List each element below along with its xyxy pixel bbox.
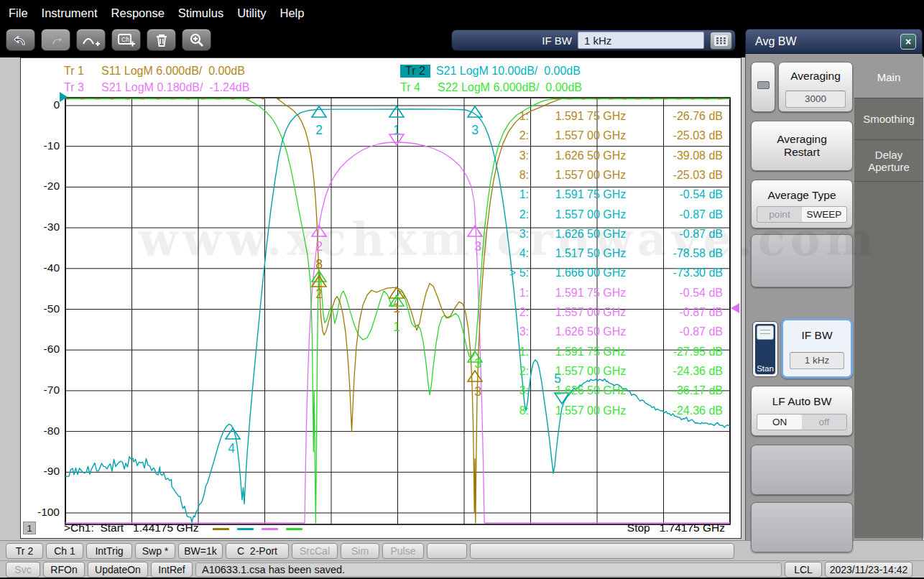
ifbw-softkey[interactable]: IF BW 1 kHz [781, 318, 853, 379]
statusbtn-bw-1k[interactable]: BW=1k [178, 543, 223, 559]
marker-triangle[interactable] [389, 106, 404, 117]
marker-value: -26.76 dB [652, 110, 723, 129]
reference-level-arrow[interactable] [731, 303, 739, 313]
statusbtn-tr-2[interactable]: Tr 2 [6, 543, 43, 559]
statusbtn-svc: Svc [6, 562, 40, 578]
menu-stimulus[interactable]: Stimulus [178, 6, 223, 20]
marker-frequency: 1.557 00 GHz [529, 208, 652, 228]
sweep-stop-readout: Stop 1.74175 GHz [627, 522, 725, 534]
y-tick-0: 0 [27, 98, 60, 111]
tab-main[interactable]: Main [854, 56, 923, 98]
menu-response[interactable]: Response [111, 6, 165, 20]
lf-auto-bw-off[interactable]: off [802, 414, 846, 430]
marker-label-1: 1 [393, 320, 400, 334]
panel-title: Avg BW [755, 35, 797, 48]
add-trace-icon[interactable] [76, 29, 106, 51]
marker-row: 3:1.626 50 GHz-39.08 dB [463, 149, 723, 169]
menu-help[interactable]: Help [279, 6, 304, 20]
trace-label-tr3[interactable]: Tr 3S21 LogM 0.180dB/ -1.24dB [64, 81, 249, 96]
marker-number: 2: [463, 129, 529, 149]
marker-number: > 5: [463, 267, 529, 286]
marker-frequency: 1.666 00 GHz [529, 267, 652, 286]
marker-number: 1: [463, 287, 529, 306]
statusbtn-pulse: Pulse [382, 543, 424, 559]
y-tick--70: -70 [27, 384, 60, 397]
statusbtn-swp-[interactable]: Swp * [135, 543, 175, 559]
marker-row: 2:1.557 00 GHz-25.03 dB [463, 129, 723, 149]
keypad-icon[interactable] [710, 32, 732, 50]
statusbtn-c-2-port[interactable]: C 2-Port [226, 543, 289, 559]
add-channel-icon[interactable]: Ch [111, 29, 141, 51]
start-label: Start [100, 522, 124, 534]
trace-id: Tr 4 [400, 81, 438, 94]
ifbw-stan-toggle[interactable]: Stan [752, 321, 778, 377]
averaging-restart-button[interactable]: Averaging Restart [751, 121, 853, 171]
channel-number-badge[interactable]: 1 [23, 522, 36, 534]
averaging-button[interactable]: Averaging 3000 [778, 62, 853, 112]
statusbtn-updateon[interactable]: UpdateOn [88, 562, 148, 578]
marker-frequency: 1.626 50 GHz [529, 325, 652, 345]
tab-delay-aperture[interactable]: Delay Aperture [854, 140, 923, 182]
marker-value: -0.87 dB [652, 208, 723, 228]
marker-row: 3:1.626 50 GHz-36.17 dB [463, 384, 723, 404]
ifbw-input[interactable]: 1 kHz [578, 32, 704, 49]
zoom-icon[interactable] [182, 29, 211, 51]
lf-auto-bw-button[interactable]: LF Auto BW ON off [751, 386, 853, 436]
marker-number: 8: [463, 404, 529, 424]
marker-triangle[interactable] [312, 106, 326, 117]
ifbw-label: IF BW [542, 34, 572, 47]
marker-frequency: 1.557 00 GHz [529, 169, 652, 188]
tab-smoothing[interactable]: Smoothing [854, 98, 923, 140]
marker-frequency: 1.626 50 GHz [529, 384, 652, 404]
average-type-point[interactable]: point [757, 207, 802, 222]
trace-id: Tr 3 [64, 81, 101, 94]
marker-row: 3:1.626 50 GHz-0.87 dB [463, 228, 723, 247]
statusbtn-intref[interactable]: IntRef [151, 562, 193, 578]
averaging-enable-toggle[interactable] [751, 62, 775, 112]
marker-number: 1: [463, 110, 529, 129]
close-icon[interactable]: × [900, 34, 916, 50]
trace-label-tr2[interactable]: Tr 2S21 LogM 10.00dB/ 0.00dB [400, 65, 581, 79]
statusbtn-rfon[interactable]: RFOn [43, 562, 85, 578]
toggle-indicator [757, 81, 770, 89]
statusbtn-blank [470, 543, 734, 559]
trace-label-tr4[interactable]: Tr 4S22 LogM 6.000dB/ 0.00dB [400, 81, 582, 96]
lf-auto-bw-toggle[interactable]: ON off [757, 414, 847, 430]
statusbtn-ch-1[interactable]: Ch 1 [46, 543, 83, 559]
marker-number: 2: [463, 306, 529, 325]
marker-value: -0.87 dB [652, 306, 723, 325]
undo-icon[interactable] [6, 29, 35, 51]
average-type-toggle[interactable]: point SWEEP [757, 206, 847, 223]
trace-format: S22 LogM 6.000dB/ 0.00dB [438, 81, 582, 93]
trace-id: Tr 2 [400, 65, 430, 78]
marker-label-2: 2 [315, 239, 323, 254]
marker-number: 3: [463, 325, 529, 345]
marker-triangle[interactable] [389, 287, 404, 298]
trace-label-tr1[interactable]: Tr 1S11 LogM 6.000dB/ 0.00dB [64, 65, 245, 79]
menu-utility[interactable]: Utility [237, 6, 266, 20]
statusbtn-inttrig[interactable]: IntTrig [86, 543, 132, 559]
lf-auto-bw-on[interactable]: ON [757, 414, 802, 430]
menu-instrument[interactable]: Instrument [42, 6, 98, 20]
lcl-indicator[interactable]: LCL [785, 562, 822, 578]
menu-file[interactable]: File [9, 6, 28, 20]
marker-value: -0.87 dB [652, 325, 723, 345]
marker-frequency: 1.517 50 GHz [529, 247, 652, 267]
stan-toggle-slider[interactable] [757, 325, 774, 340]
datetime-display: 2023/11/23-14:42 [825, 562, 913, 578]
marker-triangle[interactable] [226, 428, 240, 439]
delete-icon[interactable] [147, 29, 176, 51]
average-type-button[interactable]: Average Type point SWEEP [751, 180, 853, 228]
y-tick--20: -20 [27, 180, 60, 193]
marker-frequency: 1.591 75 GHz [529, 110, 652, 129]
svg-text:Ch: Ch [121, 36, 129, 43]
marker-label-8: 8 [315, 257, 323, 272]
marker-row: 2:1.557 00 GHz-24.36 dB [463, 365, 723, 384]
sweep-start-readout: >Ch1: Start 1.44175 GHz [64, 522, 198, 534]
channel-label: >Ch1: [64, 522, 94, 534]
marker-row: 1:1.591 75 GHz-26.76 dB [463, 110, 723, 129]
marker-frequency: 1.557 00 GHz [529, 129, 652, 149]
marker-value: -0.54 dB [652, 188, 723, 208]
average-type-sweep[interactable]: SWEEP [802, 207, 846, 222]
marker-row: 2:1.557 00 GHz-0.87 dB [463, 306, 723, 325]
